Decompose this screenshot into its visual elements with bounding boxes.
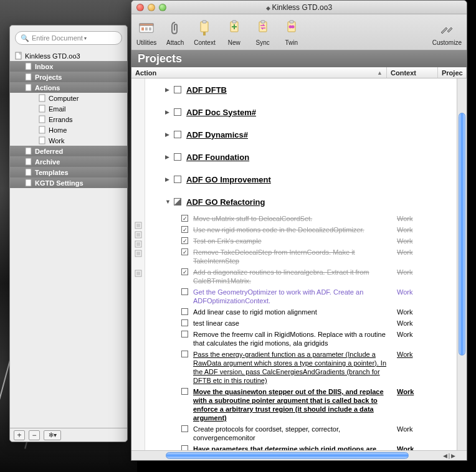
svg-rect-3 xyxy=(26,84,31,91)
task-row[interactable]: Move uMatrix stuff to DelocalCoordSet.Wo… xyxy=(145,213,467,224)
note-icon[interactable] xyxy=(135,222,142,229)
project-row[interactable]: ▶ADF Dynamics# xyxy=(145,123,467,146)
disclosure-triangle-icon[interactable]: ▶ xyxy=(165,176,171,182)
new-button[interactable]: New xyxy=(224,18,244,46)
task-checkbox[interactable] xyxy=(181,308,188,315)
outline-root[interactable]: Kinkless GTD.oo3 xyxy=(10,50,127,61)
column-project[interactable]: Projec xyxy=(438,67,467,78)
task-checkbox[interactable] xyxy=(181,425,188,432)
project-row[interactable]: ▼ADF GO Refactoring xyxy=(145,191,467,213)
task-checkbox[interactable] xyxy=(181,331,188,337)
task-row[interactable]: Move the quasinewton stepper out of the … xyxy=(145,386,467,423)
svg-rect-7 xyxy=(39,126,45,133)
task-checkbox[interactable] xyxy=(181,351,188,357)
disclosure-triangle-icon[interactable]: ▶ xyxy=(165,154,171,160)
window-title: Kinkless GTD.oo3 xyxy=(131,3,467,12)
task-row[interactable]: Remove TakeDelocalStep from InternCoords… xyxy=(145,247,467,267)
project-row[interactable]: ▶ADF Foundation xyxy=(145,146,467,168)
task-row[interactable]: Add linear case to rigid motion alignmen… xyxy=(145,306,467,318)
remove-button[interactable]: − xyxy=(29,430,40,440)
zoom-button[interactable] xyxy=(159,4,166,11)
task-row[interactable]: Use new rigid motions code in the Deloca… xyxy=(145,224,467,235)
project-row[interactable]: ▶ADF Doc System# xyxy=(145,101,467,123)
task-checkbox[interactable] xyxy=(181,388,188,395)
disclosure-triangle-icon[interactable]: ▶ xyxy=(165,131,171,138)
outline-item[interactable]: Deferred xyxy=(10,146,127,156)
customize-button[interactable]: Customize xyxy=(432,18,462,46)
twin-button[interactable]: Twin xyxy=(282,18,302,46)
outline-item[interactable]: Home xyxy=(10,125,127,135)
minimize-button[interactable] xyxy=(148,4,155,11)
note-icon[interactable] xyxy=(135,231,142,238)
project-checkbox[interactable] xyxy=(174,153,181,161)
attach-button[interactable]: Attach xyxy=(165,18,185,46)
task-checkbox[interactable] xyxy=(181,237,188,244)
page-icon xyxy=(24,83,32,92)
disclosure-triangle-icon[interactable]: ▶ xyxy=(165,87,171,93)
note-icon[interactable] xyxy=(135,250,142,257)
project-checkbox[interactable] xyxy=(174,198,181,205)
task-context: Work xyxy=(397,330,448,347)
outline-item[interactable]: Computer xyxy=(10,93,127,103)
titlebar[interactable]: Kinkless GTD.oo3 xyxy=(131,1,467,14)
outline-item[interactable]: Work xyxy=(10,135,127,146)
svg-rect-16 xyxy=(145,27,148,31)
task-row[interactable]: Add a diagonalize routines to linearalge… xyxy=(145,267,467,286)
outline-item[interactable]: Archive xyxy=(10,156,127,167)
outline-item[interactable]: Actions xyxy=(10,82,127,93)
column-action[interactable]: Action ▲ xyxy=(131,67,387,78)
task-checkbox[interactable] xyxy=(181,445,188,450)
outline-item[interactable]: Templates xyxy=(10,167,127,177)
project-row[interactable]: ▶ADF DFTB xyxy=(145,78,467,101)
outline-item[interactable]: Inbox xyxy=(10,61,127,72)
gear-menu-button[interactable]: ✻▾ xyxy=(44,430,61,440)
search-input[interactable]: 🔍 Entire Document ▾ xyxy=(15,31,122,45)
column-context[interactable]: Context xyxy=(387,67,438,78)
sync-button[interactable]: Sync xyxy=(253,18,273,46)
task-row[interactable]: Pass the energy-gradient function as a p… xyxy=(145,349,467,386)
project-row[interactable]: ▶ADF GO Improvement xyxy=(145,168,467,191)
outline-item[interactable]: Email xyxy=(10,103,127,114)
project-checkbox[interactable] xyxy=(174,108,181,116)
scroll-arrows[interactable]: ◀|▶ xyxy=(443,453,455,459)
task-row[interactable]: Remove the freemv call in RigidMotions. … xyxy=(145,329,467,349)
outline-item-label: Computer xyxy=(49,95,79,102)
outline-item[interactable]: KGTD Settings xyxy=(10,177,127,188)
close-button[interactable] xyxy=(136,4,144,11)
task-checkbox[interactable] xyxy=(181,215,188,222)
note-icon[interactable] xyxy=(135,240,142,248)
project-checkbox[interactable] xyxy=(174,86,181,93)
disclosure-triangle-icon[interactable]: ▶ xyxy=(165,109,171,115)
disclosure-triangle-icon[interactable]: ▼ xyxy=(165,199,171,205)
secondary-window: 🔍 Entire Document ▾ Kinkless GTD.oo3 Inb… xyxy=(9,25,128,442)
task-checkbox[interactable] xyxy=(181,268,188,275)
outline-item-label: Email xyxy=(49,105,66,113)
task-row[interactable]: Have parameters that determine which rig… xyxy=(145,443,467,450)
project-checkbox[interactable] xyxy=(174,176,181,183)
task-row[interactable]: Test on Erik's exampleWork xyxy=(145,235,467,247)
add-button[interactable]: + xyxy=(14,430,25,440)
document-icon xyxy=(14,52,22,60)
context-button[interactable]: Context xyxy=(194,18,215,46)
utilities-button[interactable]: Utilities xyxy=(136,18,156,46)
task-checkbox[interactable] xyxy=(181,288,188,295)
task-row[interactable]: Get the GeometryOptimizer to work with A… xyxy=(145,286,467,306)
outline-item[interactable]: Errands xyxy=(10,114,127,125)
task-row[interactable]: test linear caseWork xyxy=(145,318,467,329)
scrollbar-thumb[interactable] xyxy=(166,452,409,459)
vertical-scrollbar[interactable] xyxy=(457,78,467,450)
svg-rect-19 xyxy=(202,21,206,23)
horizontal-scrollbar[interactable]: ◀|▶ xyxy=(131,450,467,460)
task-context: Work xyxy=(397,350,448,385)
task-checkbox[interactable] xyxy=(181,319,188,326)
project-name: ADF Foundation xyxy=(186,153,249,162)
scrollbar-thumb[interactable] xyxy=(459,113,465,356)
outline-item[interactable]: Projects xyxy=(10,72,127,82)
task-checkbox[interactable] xyxy=(181,226,188,233)
task-checkbox[interactable] xyxy=(181,248,188,255)
task-context: Work xyxy=(397,425,448,442)
project-checkbox[interactable] xyxy=(174,131,181,138)
page-icon xyxy=(37,105,46,113)
note-icon[interactable] xyxy=(135,270,142,277)
task-row[interactable]: Create protocols for coordset, stepper, … xyxy=(145,423,467,443)
